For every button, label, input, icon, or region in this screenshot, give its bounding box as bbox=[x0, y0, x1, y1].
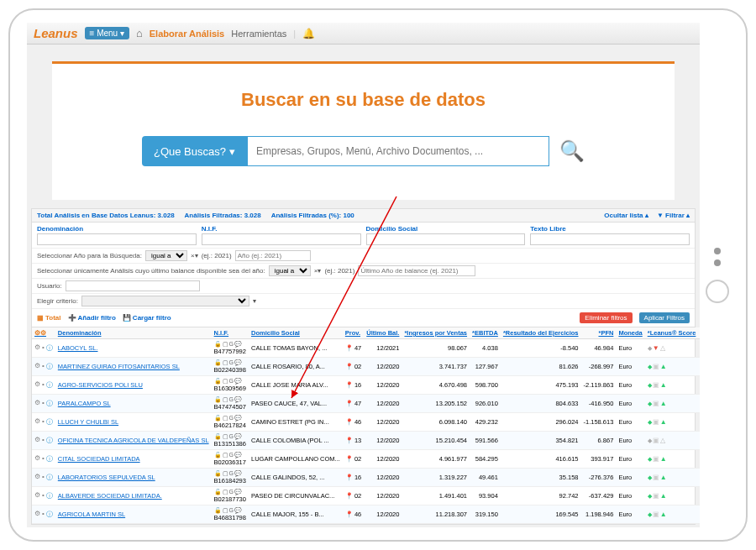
info-icon[interactable]: ⓘ bbox=[46, 454, 53, 464]
bell-icon[interactable]: 🔔 bbox=[302, 28, 315, 39]
gear-icon[interactable]: ⚙ bbox=[34, 380, 40, 390]
gear-icon[interactable]: ⚙ bbox=[40, 329, 46, 337]
chat-icon[interactable]: 💬 bbox=[234, 359, 242, 366]
col-resultado[interactable]: *Resultado del Ejercicios bbox=[501, 327, 581, 339]
card-icon[interactable]: ▢ bbox=[223, 396, 228, 403]
usuario-input[interactable] bbox=[66, 280, 200, 291]
col-denominacion[interactable]: Denominación bbox=[55, 327, 212, 339]
chat-icon[interactable]: 💬 bbox=[234, 396, 242, 403]
lock-icon[interactable]: 🔓 bbox=[214, 415, 222, 422]
g-icon[interactable]: G bbox=[229, 378, 234, 385]
lock-icon[interactable]: 🔓 bbox=[214, 396, 222, 403]
add-filter-link[interactable]: ➕Añadir filtro bbox=[68, 314, 116, 322]
info-icon[interactable]: ⓘ bbox=[46, 343, 53, 353]
g-icon[interactable]: G bbox=[229, 470, 234, 477]
lock-icon[interactable]: 🔓 bbox=[214, 470, 222, 477]
chat-icon[interactable]: 💬 bbox=[234, 470, 242, 477]
card-icon[interactable]: ▢ bbox=[223, 341, 228, 348]
g-icon[interactable]: G bbox=[229, 452, 234, 458]
ano-input[interactable] bbox=[235, 250, 311, 261]
chat-icon[interactable]: 💬 bbox=[234, 507, 242, 514]
company-link[interactable]: ALBAVERDE SOCIEDAD LIMITADA. bbox=[58, 492, 162, 500]
clear-icon[interactable]: ×▾ bbox=[191, 252, 198, 259]
filter-textolibre-input[interactable] bbox=[530, 233, 690, 245]
info-icon[interactable]: ⓘ bbox=[46, 380, 53, 390]
bullet-icon[interactable]: • bbox=[42, 417, 45, 427]
menu-button[interactable]: ≡ Menu ▾ bbox=[85, 27, 129, 39]
col-ingresos[interactable]: *Ingresos por Ventas bbox=[402, 327, 470, 339]
info-icon[interactable]: ⓘ bbox=[46, 436, 53, 445]
card-icon[interactable]: ▢ bbox=[223, 415, 228, 422]
lock-icon[interactable]: 🔓 bbox=[214, 507, 222, 514]
g-icon[interactable]: G bbox=[229, 359, 234, 366]
col-nif[interactable]: N.I.F. bbox=[212, 327, 249, 339]
card-icon[interactable]: ▢ bbox=[223, 433, 228, 440]
clear-filters-button[interactable]: Eliminar filtros bbox=[580, 312, 632, 323]
info-icon[interactable]: ⓘ bbox=[46, 362, 53, 371]
clear-icon[interactable]: ×▾ bbox=[314, 267, 322, 275]
col-score[interactable]: *Leanus® Score bbox=[645, 327, 699, 339]
pin-icon[interactable]: 📍 bbox=[345, 474, 353, 481]
pin-icon[interactable]: 📍 bbox=[345, 381, 353, 389]
filter-denominacion-input[interactable] bbox=[37, 233, 197, 245]
company-link[interactable]: LABOCYL SL. bbox=[58, 344, 98, 352]
pin-icon[interactable]: 📍 bbox=[345, 455, 353, 463]
search-input[interactable] bbox=[247, 136, 549, 166]
card-icon[interactable]: ▢ bbox=[223, 470, 228, 477]
pin-icon[interactable]: 📍 bbox=[345, 344, 353, 352]
bullet-icon[interactable]: • bbox=[42, 510, 45, 519]
gear-icon[interactable]: ⚙ bbox=[34, 362, 40, 371]
card-icon[interactable]: ▢ bbox=[223, 378, 228, 385]
col-ultimo-bal[interactable]: Último Bal. bbox=[364, 327, 402, 339]
chat-icon[interactable]: 💬 bbox=[234, 415, 242, 422]
bullet-icon[interactable]: • bbox=[42, 436, 45, 445]
bullet-icon[interactable]: • bbox=[42, 454, 45, 464]
nav-elaborar[interactable]: Elaborar Análisis bbox=[150, 29, 224, 39]
elegir-select[interactable] bbox=[81, 296, 249, 306]
card-icon[interactable]: ▢ bbox=[223, 489, 228, 495]
lock-icon[interactable]: 🔓 bbox=[214, 359, 222, 366]
lock-icon[interactable]: 🔓 bbox=[214, 433, 222, 440]
lock-icon[interactable]: 🔓 bbox=[214, 489, 222, 495]
sel-unica-op[interactable]: igual a bbox=[269, 265, 311, 276]
chevron-down-icon[interactable]: ▾ bbox=[253, 297, 256, 305]
g-icon[interactable]: G bbox=[229, 415, 234, 422]
pin-icon[interactable]: 📍 bbox=[345, 511, 353, 518]
gear-icon[interactable]: ⚙ bbox=[34, 454, 40, 464]
gear-icon[interactable]: ⚙ bbox=[34, 510, 40, 519]
company-link[interactable]: CITAL SOCIEDAD LIMITADA bbox=[58, 455, 140, 463]
pin-icon[interactable]: 📍 bbox=[345, 437, 353, 444]
load-filter-link[interactable]: 💾Cargar filtro bbox=[123, 314, 171, 322]
pin-icon[interactable]: 📍 bbox=[345, 492, 353, 500]
gear-icon[interactable]: ⚙ bbox=[34, 399, 40, 408]
gear-icon[interactable]: ⚙ bbox=[34, 436, 40, 445]
card-icon[interactable]: ▢ bbox=[223, 452, 228, 458]
apply-filters-button[interactable]: Aplicar Filtros bbox=[639, 312, 690, 323]
chat-icon[interactable]: 💬 bbox=[234, 489, 242, 495]
card-icon[interactable]: ▢ bbox=[223, 359, 228, 366]
card-icon[interactable]: ▢ bbox=[223, 507, 228, 514]
gear-icon[interactable]: ⚙ bbox=[34, 343, 40, 353]
lock-icon[interactable]: 🔓 bbox=[214, 341, 222, 348]
gear-icon[interactable]: ⚙ bbox=[34, 491, 40, 500]
filter-toggle-link[interactable]: ▼ Filtrar ▴ bbox=[657, 212, 690, 219]
col-pfn[interactable]: *PFN bbox=[581, 327, 617, 339]
bullet-icon[interactable]: • bbox=[42, 473, 45, 482]
bullet-icon[interactable]: • bbox=[42, 399, 45, 408]
company-link[interactable]: LLUCH Y CHULBI SL bbox=[58, 418, 118, 426]
ultimo-input[interactable] bbox=[358, 265, 475, 276]
chat-icon[interactable]: 💬 bbox=[234, 452, 242, 458]
nav-herramientas[interactable]: Herramientas bbox=[231, 29, 286, 39]
chat-icon[interactable]: 💬 bbox=[234, 433, 242, 440]
g-icon[interactable]: G bbox=[229, 341, 234, 348]
company-link[interactable]: OFICINA TECNICA AGRICOLA DE VALDEPEÑAS S… bbox=[58, 437, 209, 444]
col-ebitda[interactable]: *EBITDA bbox=[470, 327, 501, 339]
company-link[interactable]: PARALCAMPO SL bbox=[58, 400, 111, 407]
chat-icon[interactable]: 💬 bbox=[234, 378, 242, 385]
pin-icon[interactable]: 📍 bbox=[345, 400, 353, 407]
home-icon[interactable]: ⌂ bbox=[136, 27, 143, 39]
col-prov[interactable]: Prov. bbox=[343, 327, 364, 339]
info-icon[interactable]: ⓘ bbox=[46, 491, 53, 500]
bullet-icon[interactable]: • bbox=[42, 362, 45, 371]
filter-nif-input[interactable] bbox=[202, 233, 361, 245]
